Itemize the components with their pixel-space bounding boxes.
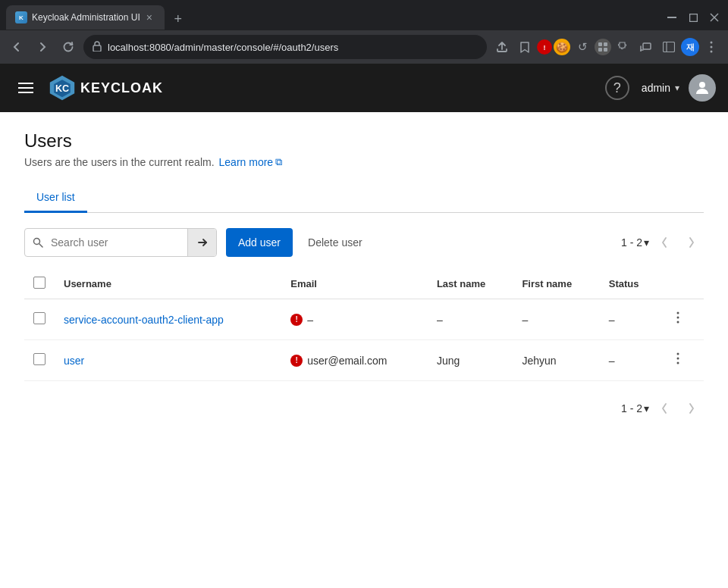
svg-text:KC: KC [55, 83, 69, 94]
refresh-button[interactable] [58, 36, 79, 58]
add-user-button[interactable]: Add user [226, 228, 293, 257]
header-checkbox-col [24, 269, 55, 299]
header-status: Status [600, 269, 661, 299]
search-input[interactable] [51, 236, 187, 249]
row-actions-button-2[interactable] [670, 349, 686, 371]
learn-more-link[interactable]: Learn more ⧉ [219, 156, 283, 168]
search-container [24, 228, 217, 257]
header-email: Email [281, 269, 428, 299]
svg-point-31 [676, 353, 679, 355]
new-tab-button[interactable]: + [168, 8, 189, 30]
back-button[interactable] [6, 36, 27, 58]
username-link-1[interactable]: service-account-oauth2-client-app [64, 314, 224, 326]
users-table: Username Email Last name First name Stat… [24, 269, 704, 381]
svg-point-30 [676, 321, 679, 324]
share-button[interactable] [491, 36, 513, 58]
pagination-prev-button[interactable] [652, 230, 676, 255]
svg-rect-8 [604, 42, 607, 46]
hamburger-menu-button[interactable] [12, 74, 39, 102]
tab-close-button[interactable]: × [143, 11, 155, 23]
username-cell-2: user [55, 340, 281, 381]
extension-icon-2[interactable]: 🍪 [554, 39, 570, 55]
keycloak-logo-text: KEYCLOAK [80, 80, 163, 96]
keycloak-logo[interactable]: KC KEYCLOAK [49, 74, 163, 102]
chrome-menu-button[interactable] [701, 36, 722, 58]
row-actions-button-1[interactable] [670, 308, 686, 330]
row-checkbox-2[interactable] [33, 353, 46, 365]
user-dropdown-arrow: ▾ [675, 83, 679, 93]
svg-point-29 [676, 317, 679, 319]
svg-point-28 [676, 312, 679, 314]
status-cell-1: – [600, 299, 661, 340]
extension-icon-4[interactable] [595, 39, 611, 55]
table-header-row: Username Email Last name First name Stat… [24, 269, 704, 299]
email-warning-icon-2: ! [290, 355, 303, 367]
bottom-pagination-dropdown[interactable]: 1 - 2 ▾ [621, 402, 649, 414]
page-subtitle: Users are the users in the current realm… [24, 156, 704, 168]
svg-text:!: ! [544, 44, 546, 52]
sidebar-icon[interactable] [658, 36, 679, 58]
external-link-icon: ⧉ [275, 156, 282, 168]
header-actions [661, 269, 704, 299]
header-firstname: First name [513, 269, 599, 299]
actions-cell-2 [661, 340, 704, 381]
tab-favicon: K [15, 11, 27, 23]
header-username: Username [55, 269, 281, 299]
close-window-button[interactable] [707, 10, 722, 25]
table-row: service-account-oauth2-client-app ! – – … [24, 299, 704, 340]
extension-icon-1[interactable]: ! [537, 39, 552, 55]
help-button[interactable]: ? [605, 76, 629, 100]
svg-point-12 [640, 50, 642, 52]
svg-rect-11 [643, 43, 651, 49]
app-header: KC KEYCLOAK ? admin ▾ [0, 64, 728, 112]
lastname-cell-1: – [428, 299, 513, 340]
svg-rect-0 [667, 17, 676, 18]
minimize-button[interactable] [664, 10, 679, 25]
select-all-checkbox[interactable] [33, 277, 46, 289]
firstname-cell-1: – [513, 299, 599, 340]
pagination-next-button[interactable] [679, 230, 704, 255]
bookmark-button[interactable] [514, 36, 535, 58]
email-warning-icon-1: ! [290, 314, 303, 326]
tab-user-list[interactable]: User list [24, 183, 87, 213]
pagination-info: 1 - 2 ▾ [621, 230, 704, 255]
actions-cell-1 [661, 299, 704, 340]
delete-user-button[interactable]: Delete user [302, 228, 369, 257]
firstname-cell-2: Jehyun [513, 340, 599, 381]
browser-tab-active[interactable]: K Keycloak Administration UI × [6, 5, 165, 30]
cast-icon[interactable] [635, 36, 657, 58]
svg-rect-9 [598, 48, 602, 52]
row-checkbox-cell-2 [24, 340, 55, 381]
bottom-next-button[interactable] [679, 396, 704, 421]
user-avatar[interactable] [689, 74, 716, 102]
svg-rect-10 [604, 48, 607, 52]
svg-rect-7 [598, 42, 602, 46]
table-row: user ! user@email.com Jung Jehyun – [24, 340, 704, 381]
search-submit-button[interactable] [187, 228, 216, 257]
pagination-dropdown[interactable]: 1 - 2 ▾ [621, 236, 649, 249]
page-title: Users [24, 130, 704, 152]
svg-point-16 [711, 46, 713, 48]
bottom-prev-button[interactable] [652, 396, 676, 421]
maximize-button[interactable] [686, 10, 701, 25]
search-icon [25, 237, 51, 248]
profile-button[interactable]: 재 [681, 38, 699, 56]
username-link-2[interactable]: user [64, 355, 84, 367]
lastname-cell-2: Jung [428, 340, 513, 381]
header-lastname: Last name [428, 269, 513, 299]
puzzle-icon[interactable] [613, 36, 634, 58]
email-cell-1: ! – [281, 299, 428, 340]
lock-icon [93, 41, 102, 54]
tab-title: Keycloak Administration UI [32, 12, 140, 23]
toolbar-row: Add user Delete user 1 - 2 ▾ [24, 213, 704, 269]
row-checkbox-1[interactable] [33, 312, 46, 324]
forward-button[interactable] [32, 36, 53, 58]
subtitle-text: Users are the users in the current realm… [24, 156, 215, 168]
address-bar[interactable]: localhost:8080/admin/master/console/#/oa… [83, 35, 487, 59]
svg-line-26 [39, 244, 42, 247]
pagination-bottom: 1 - 2 ▾ [24, 381, 704, 436]
extension-icon-3[interactable]: ↺ [572, 36, 593, 58]
svg-point-24 [699, 82, 705, 88]
address-url[interactable]: localhost:8080/admin/master/console/#/oa… [108, 42, 338, 53]
user-menu-button[interactable]: admin ▾ [642, 82, 679, 94]
